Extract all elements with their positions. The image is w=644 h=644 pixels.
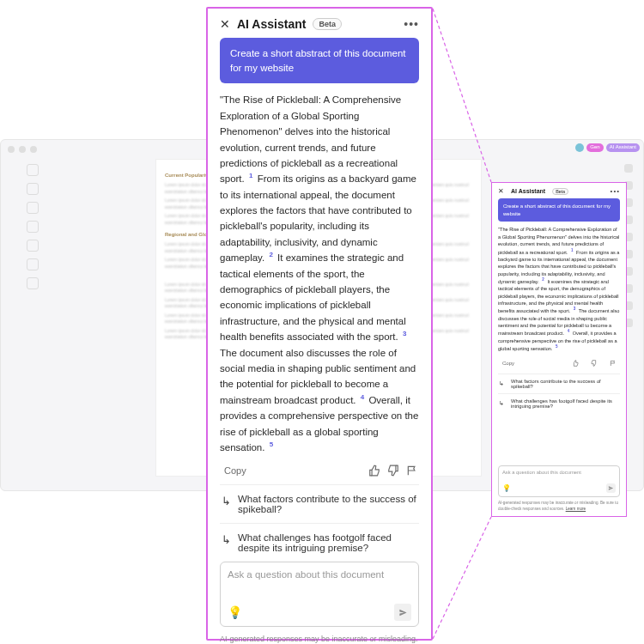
learn-more-link[interactable]: Learn more	[566, 507, 586, 511]
user-prompt: Create a short abstract of this document…	[220, 38, 419, 83]
left-toolbar	[27, 164, 40, 289]
citation-5[interactable]: 5	[556, 344, 558, 350]
suggestion-text: What challenges has footgolf faced despi…	[238, 532, 417, 553]
suggestion-arrow-icon: ↳	[222, 534, 231, 545]
citation-1[interactable]: 1	[249, 171, 252, 182]
beta-badge: Beta	[313, 18, 342, 30]
lightbulb-icon[interactable]: 💡	[228, 605, 242, 619]
citation-1[interactable]: 1	[571, 248, 574, 254]
svg-line-1	[433, 517, 491, 639]
report-button[interactable]	[405, 464, 419, 477]
panel-title: AI Assistant	[237, 17, 306, 31]
close-icon[interactable]: ✕	[220, 17, 230, 31]
more-menu-icon[interactable]: •••	[611, 187, 620, 195]
send-button[interactable]	[606, 483, 616, 493]
citation-4[interactable]: 4	[568, 329, 570, 335]
answer-seg-2: From its origins as a backyard game to i…	[220, 173, 416, 263]
header-right-pills: GenAI Assistant	[575, 143, 640, 152]
answer-seg-1: "The Rise of Pickleball: A Comprehensive…	[220, 94, 401, 184]
user-prompt: Create a short abstract of this document…	[498, 198, 620, 222]
thumbs-down-button[interactable]	[587, 356, 601, 370]
ai-assistant-panel: ✕ AI Assistant Beta ••• Create a short a…	[206, 7, 433, 641]
thumbs-up-icon	[368, 465, 380, 477]
beta-badge: Beta	[552, 188, 568, 195]
panel-title: AI Assistant	[511, 188, 545, 194]
more-menu-icon[interactable]: •••	[404, 17, 419, 31]
thumbs-down-icon	[387, 465, 399, 477]
send-icon	[398, 608, 408, 617]
citation-4[interactable]: 4	[361, 392, 364, 404]
thumbs-up-button[interactable]	[368, 464, 381, 477]
suggested-question-1[interactable]: ↳ What factors contribute to the success…	[498, 374, 620, 393]
answer-seg-3: It examines the strategic and tactical e…	[220, 252, 406, 342]
copy-button[interactable]: Copy	[498, 361, 514, 366]
citation-5[interactable]: 5	[270, 440, 273, 451]
suggested-question-2[interactable]: ↳ What challenges has footgolf faced des…	[220, 523, 419, 562]
answer-actions: Copy	[220, 464, 419, 477]
panel-header: ✕ AI Assistant Beta •••	[220, 17, 419, 31]
question-input[interactable]: Ask a question about this document 💡	[220, 562, 419, 627]
citation-2[interactable]: 2	[269, 250, 272, 261]
assistant-answer: "The Rise of Pickleball: A Comprehensive…	[498, 226, 620, 352]
citation-2[interactable]: 2	[542, 277, 544, 283]
send-button[interactable]	[394, 604, 411, 621]
suggestion-text: What factors contribute to the success o…	[238, 494, 417, 514]
thumbs-up-button[interactable]	[568, 356, 582, 370]
close-icon[interactable]: ✕	[498, 187, 504, 195]
suggested-question-2[interactable]: ↳ What challenges has footgolf faced des…	[498, 393, 620, 413]
report-button[interactable]	[606, 356, 620, 370]
flag-icon	[406, 465, 418, 477]
disclaimer-text: AI-generated responses may be inaccurate…	[220, 635, 418, 644]
window-traffic-lights	[8, 146, 37, 153]
suggestion-arrow-icon: ↳	[222, 495, 231, 507]
citation-3[interactable]: 3	[403, 329, 406, 340]
copy-button[interactable]: Copy	[220, 465, 246, 476]
thumbs-down-button[interactable]	[386, 464, 400, 477]
question-input[interactable]: Ask a question about this document 💡	[498, 465, 620, 497]
suggested-question-1[interactable]: ↳ What factors contribute to the success…	[220, 484, 419, 523]
citation-3[interactable]: 3	[574, 307, 576, 313]
copy-label: Copy	[224, 465, 246, 476]
lightbulb-icon[interactable]: 💡	[502, 484, 511, 492]
assistant-answer: "The Rise of Pickleball: A Comprehensive…	[220, 92, 419, 455]
input-placeholder: Ask a question about this document	[228, 569, 411, 595]
ai-assistant-panel-thumbnail: ✕ AI Assistant Beta ••• Create a short a…	[491, 182, 627, 517]
disclaimer: AI-generated responses may be inaccurate…	[220, 634, 419, 644]
disclaimer: AI-generated responses may be inaccurate…	[498, 501, 620, 512]
